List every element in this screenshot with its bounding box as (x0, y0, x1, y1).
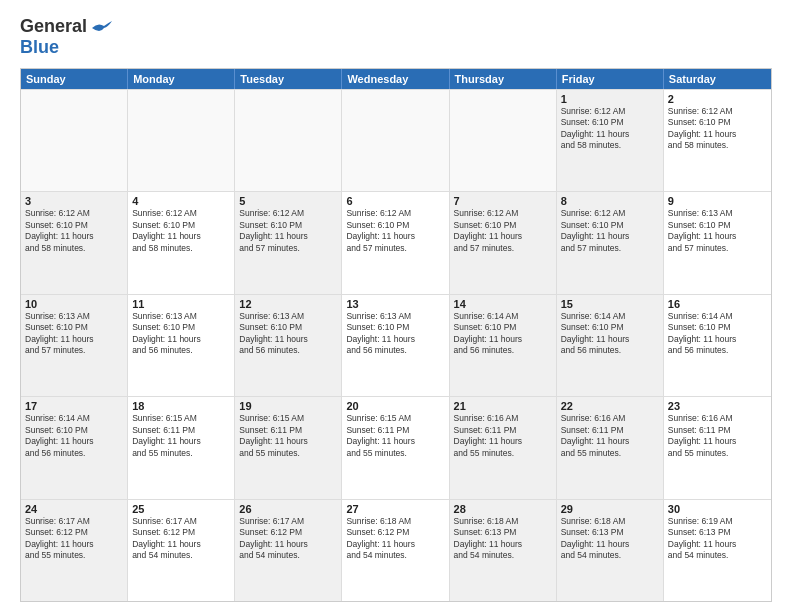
day-info: Sunrise: 6:13 AM Sunset: 6:10 PM Dayligh… (346, 311, 444, 357)
calendar-cell: 8Sunrise: 6:12 AM Sunset: 6:10 PM Daylig… (557, 192, 664, 293)
calendar-cell: 23Sunrise: 6:16 AM Sunset: 6:11 PM Dayli… (664, 397, 771, 498)
calendar-cell: 17Sunrise: 6:14 AM Sunset: 6:10 PM Dayli… (21, 397, 128, 498)
calendar-cell: 11Sunrise: 6:13 AM Sunset: 6:10 PM Dayli… (128, 295, 235, 396)
day-info: Sunrise: 6:19 AM Sunset: 6:13 PM Dayligh… (668, 516, 767, 562)
day-number: 15 (561, 298, 659, 310)
day-info: Sunrise: 6:14 AM Sunset: 6:10 PM Dayligh… (25, 413, 123, 459)
calendar-cell: 19Sunrise: 6:15 AM Sunset: 6:11 PM Dayli… (235, 397, 342, 498)
day-number: 22 (561, 400, 659, 412)
day-number: 27 (346, 503, 444, 515)
day-info: Sunrise: 6:18 AM Sunset: 6:12 PM Dayligh… (346, 516, 444, 562)
day-number: 11 (132, 298, 230, 310)
day-number: 6 (346, 195, 444, 207)
calendar-cell: 2Sunrise: 6:12 AM Sunset: 6:10 PM Daylig… (664, 90, 771, 191)
calendar-cell: 21Sunrise: 6:16 AM Sunset: 6:11 PM Dayli… (450, 397, 557, 498)
calendar-row-4: 17Sunrise: 6:14 AM Sunset: 6:10 PM Dayli… (21, 396, 771, 498)
day-number: 28 (454, 503, 552, 515)
day-info: Sunrise: 6:13 AM Sunset: 6:10 PM Dayligh… (239, 311, 337, 357)
logo-general: General (20, 16, 87, 37)
calendar-cell (128, 90, 235, 191)
calendar-cell: 6Sunrise: 6:12 AM Sunset: 6:10 PM Daylig… (342, 192, 449, 293)
weekday-header-thursday: Thursday (450, 69, 557, 89)
calendar-cell: 15Sunrise: 6:14 AM Sunset: 6:10 PM Dayli… (557, 295, 664, 396)
header: General Blue (20, 16, 772, 58)
calendar: SundayMondayTuesdayWednesdayThursdayFrid… (20, 68, 772, 602)
day-info: Sunrise: 6:13 AM Sunset: 6:10 PM Dayligh… (132, 311, 230, 357)
day-number: 7 (454, 195, 552, 207)
day-info: Sunrise: 6:12 AM Sunset: 6:10 PM Dayligh… (668, 106, 767, 152)
day-info: Sunrise: 6:13 AM Sunset: 6:10 PM Dayligh… (668, 208, 767, 254)
day-info: Sunrise: 6:16 AM Sunset: 6:11 PM Dayligh… (454, 413, 552, 459)
day-info: Sunrise: 6:12 AM Sunset: 6:10 PM Dayligh… (132, 208, 230, 254)
day-number: 3 (25, 195, 123, 207)
weekday-header-saturday: Saturday (664, 69, 771, 89)
calendar-cell: 12Sunrise: 6:13 AM Sunset: 6:10 PM Dayli… (235, 295, 342, 396)
day-info: Sunrise: 6:12 AM Sunset: 6:10 PM Dayligh… (561, 106, 659, 152)
page: General Blue SundayMondayTuesdayWednesda… (0, 0, 792, 612)
calendar-cell: 27Sunrise: 6:18 AM Sunset: 6:12 PM Dayli… (342, 500, 449, 601)
calendar-cell: 14Sunrise: 6:14 AM Sunset: 6:10 PM Dayli… (450, 295, 557, 396)
day-number: 4 (132, 195, 230, 207)
calendar-cell: 24Sunrise: 6:17 AM Sunset: 6:12 PM Dayli… (21, 500, 128, 601)
day-info: Sunrise: 6:18 AM Sunset: 6:13 PM Dayligh… (561, 516, 659, 562)
calendar-cell: 18Sunrise: 6:15 AM Sunset: 6:11 PM Dayli… (128, 397, 235, 498)
day-info: Sunrise: 6:12 AM Sunset: 6:10 PM Dayligh… (561, 208, 659, 254)
calendar-cell: 9Sunrise: 6:13 AM Sunset: 6:10 PM Daylig… (664, 192, 771, 293)
day-number: 17 (25, 400, 123, 412)
calendar-cell: 7Sunrise: 6:12 AM Sunset: 6:10 PM Daylig… (450, 192, 557, 293)
calendar-cell: 26Sunrise: 6:17 AM Sunset: 6:12 PM Dayli… (235, 500, 342, 601)
calendar-cell: 25Sunrise: 6:17 AM Sunset: 6:12 PM Dayli… (128, 500, 235, 601)
day-info: Sunrise: 6:12 AM Sunset: 6:10 PM Dayligh… (239, 208, 337, 254)
day-number: 26 (239, 503, 337, 515)
day-info: Sunrise: 6:18 AM Sunset: 6:13 PM Dayligh… (454, 516, 552, 562)
day-info: Sunrise: 6:15 AM Sunset: 6:11 PM Dayligh… (346, 413, 444, 459)
weekday-header-friday: Friday (557, 69, 664, 89)
calendar-row-2: 3Sunrise: 6:12 AM Sunset: 6:10 PM Daylig… (21, 191, 771, 293)
day-info: Sunrise: 6:14 AM Sunset: 6:10 PM Dayligh… (561, 311, 659, 357)
calendar-cell: 1Sunrise: 6:12 AM Sunset: 6:10 PM Daylig… (557, 90, 664, 191)
day-number: 5 (239, 195, 337, 207)
day-number: 30 (668, 503, 767, 515)
day-info: Sunrise: 6:17 AM Sunset: 6:12 PM Dayligh… (239, 516, 337, 562)
day-info: Sunrise: 6:14 AM Sunset: 6:10 PM Dayligh… (668, 311, 767, 357)
day-number: 12 (239, 298, 337, 310)
day-info: Sunrise: 6:12 AM Sunset: 6:10 PM Dayligh… (454, 208, 552, 254)
calendar-row-5: 24Sunrise: 6:17 AM Sunset: 6:12 PM Dayli… (21, 499, 771, 601)
weekday-header-monday: Monday (128, 69, 235, 89)
calendar-cell: 22Sunrise: 6:16 AM Sunset: 6:11 PM Dayli… (557, 397, 664, 498)
calendar-cell: 13Sunrise: 6:13 AM Sunset: 6:10 PM Dayli… (342, 295, 449, 396)
calendar-cell: 30Sunrise: 6:19 AM Sunset: 6:13 PM Dayli… (664, 500, 771, 601)
day-number: 13 (346, 298, 444, 310)
weekday-header-tuesday: Tuesday (235, 69, 342, 89)
calendar-cell: 28Sunrise: 6:18 AM Sunset: 6:13 PM Dayli… (450, 500, 557, 601)
day-number: 20 (346, 400, 444, 412)
day-info: Sunrise: 6:16 AM Sunset: 6:11 PM Dayligh… (668, 413, 767, 459)
day-info: Sunrise: 6:13 AM Sunset: 6:10 PM Dayligh… (25, 311, 123, 357)
calendar-cell (235, 90, 342, 191)
calendar-cell: 16Sunrise: 6:14 AM Sunset: 6:10 PM Dayli… (664, 295, 771, 396)
calendar-row-1: 1Sunrise: 6:12 AM Sunset: 6:10 PM Daylig… (21, 89, 771, 191)
calendar-cell: 20Sunrise: 6:15 AM Sunset: 6:11 PM Dayli… (342, 397, 449, 498)
day-number: 24 (25, 503, 123, 515)
day-number: 25 (132, 503, 230, 515)
calendar-cell: 29Sunrise: 6:18 AM Sunset: 6:13 PM Dayli… (557, 500, 664, 601)
calendar-header: SundayMondayTuesdayWednesdayThursdayFrid… (21, 69, 771, 89)
calendar-cell: 4Sunrise: 6:12 AM Sunset: 6:10 PM Daylig… (128, 192, 235, 293)
day-number: 18 (132, 400, 230, 412)
day-number: 19 (239, 400, 337, 412)
day-number: 10 (25, 298, 123, 310)
day-number: 2 (668, 93, 767, 105)
day-number: 21 (454, 400, 552, 412)
day-info: Sunrise: 6:16 AM Sunset: 6:11 PM Dayligh… (561, 413, 659, 459)
day-number: 29 (561, 503, 659, 515)
calendar-cell: 3Sunrise: 6:12 AM Sunset: 6:10 PM Daylig… (21, 192, 128, 293)
day-info: Sunrise: 6:12 AM Sunset: 6:10 PM Dayligh… (25, 208, 123, 254)
calendar-cell: 10Sunrise: 6:13 AM Sunset: 6:10 PM Dayli… (21, 295, 128, 396)
calendar-cell: 5Sunrise: 6:12 AM Sunset: 6:10 PM Daylig… (235, 192, 342, 293)
day-number: 23 (668, 400, 767, 412)
day-info: Sunrise: 6:17 AM Sunset: 6:12 PM Dayligh… (25, 516, 123, 562)
calendar-cell (450, 90, 557, 191)
calendar-cell (21, 90, 128, 191)
calendar-row-3: 10Sunrise: 6:13 AM Sunset: 6:10 PM Dayli… (21, 294, 771, 396)
day-number: 14 (454, 298, 552, 310)
